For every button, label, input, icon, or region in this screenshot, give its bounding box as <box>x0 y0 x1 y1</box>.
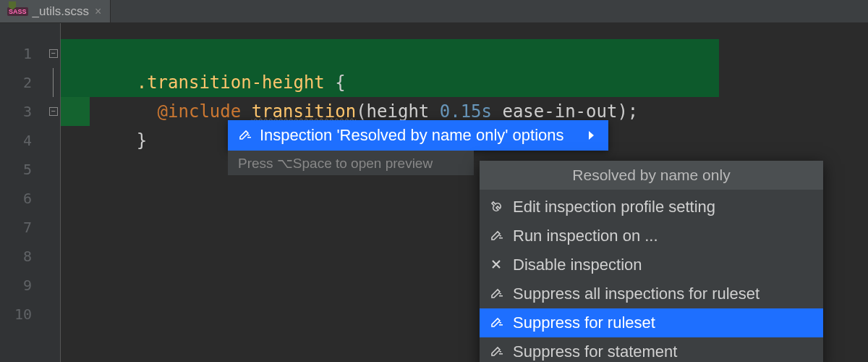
submenu-item[interactable]: Edit inspection profile setting <box>480 193 823 222</box>
filetype-badge-icon: SASS <box>7 7 28 16</box>
submenu-item-label: Disable inspection <box>513 256 642 274</box>
fold-gutter: − − <box>46 23 61 362</box>
submenu-item-label: Suppress all inspections for ruleset <box>513 285 760 303</box>
line-number: 6 <box>0 184 46 213</box>
edit-icon <box>238 128 252 143</box>
line-number: 5 <box>0 155 46 184</box>
submenu-item[interactable]: Suppress all inspections for ruleset <box>480 279 823 308</box>
line-number: 8 <box>0 242 46 271</box>
intention-item[interactable]: Inspection 'Resolved by name only' optio… <box>228 120 608 151</box>
submenu-item[interactable]: Suppress for statement <box>480 337 823 362</box>
chevron-right-icon <box>589 131 594 140</box>
token-brace: } <box>137 130 147 151</box>
file-tab[interactable]: SASS _utils.scss × <box>0 0 111 22</box>
code-line[interactable]: @include transition(height 0.15s ease-in… <box>61 68 868 97</box>
intention-submenu: Resolved by name only Edit inspection pr… <box>480 161 823 362</box>
line-number: 4 <box>0 126 46 155</box>
line-number: 7 <box>0 213 46 242</box>
wrench-icon <box>490 200 504 214</box>
close-icon[interactable]: × <box>93 5 103 18</box>
line-number: 3 <box>0 97 46 126</box>
tab-filename: _utils.scss <box>33 4 89 19</box>
submenu-header: Resolved by name only <box>480 161 823 190</box>
submenu-item-label: Edit inspection profile setting <box>513 198 715 216</box>
line-number: 2 <box>0 68 46 97</box>
submenu-item[interactable]: Run inspection on ... <box>480 222 823 251</box>
tab-bar: SASS _utils.scss × <box>0 0 868 23</box>
submenu-item[interactable]: Disable inspection <box>480 251 823 279</box>
edit-icon <box>490 345 504 359</box>
line-number: 1 <box>0 39 46 68</box>
editor: 1 2 3 4 5 6 7 8 9 10 − − .transition-hei… <box>0 23 868 362</box>
line-number: 9 <box>0 271 46 300</box>
line-number: 10 <box>0 300 46 329</box>
fold-start-icon[interactable]: − <box>49 49 58 58</box>
intention-hint-text: Press ⌥Space to open preview <box>238 155 433 172</box>
submenu-item-label: Suppress for ruleset <box>513 313 655 332</box>
edit-icon <box>490 287 504 301</box>
submenu-item-label: Run inspection on ... <box>513 227 658 245</box>
submenu-header-text: Resolved by name only <box>572 167 730 184</box>
edit-icon <box>490 316 504 330</box>
intention-hint: Press ⌥Space to open preview <box>228 151 474 175</box>
intention-label: Inspection 'Resolved by name only' optio… <box>260 126 564 145</box>
close-icon <box>490 258 504 272</box>
submenu-item-label: Suppress for statement <box>513 342 677 361</box>
line-number-gutter: 1 2 3 4 5 6 7 8 9 10 <box>0 23 46 362</box>
code-line[interactable]: .transition-height { <box>61 39 868 68</box>
edit-icon <box>490 229 504 243</box>
submenu-item[interactable]: Suppress for ruleset <box>480 308 823 337</box>
fold-end-icon[interactable]: − <box>49 107 58 116</box>
fold-line-icon <box>46 68 60 97</box>
